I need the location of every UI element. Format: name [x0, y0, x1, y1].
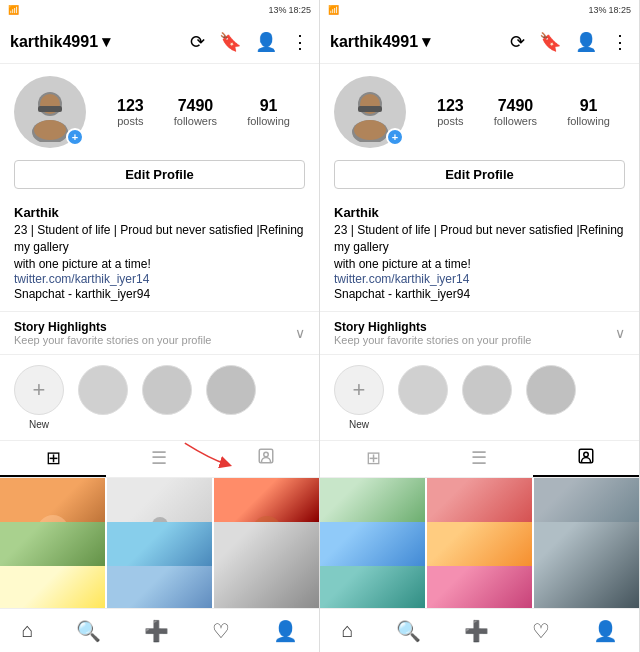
- highlights-chevron-icon-right: ∨: [615, 325, 625, 341]
- add-person-icon-right[interactable]: 👤: [575, 31, 597, 53]
- header-username-area[interactable]: karthik4991 ▾: [10, 32, 110, 51]
- profile-nav-icon[interactable]: 👤: [273, 619, 298, 643]
- tab-grid-left[interactable]: ⊞: [0, 441, 106, 477]
- story-new-right[interactable]: + New: [334, 365, 384, 430]
- menu-icon[interactable]: ⋮: [291, 31, 309, 53]
- highlights-subtitle-right: Keep your favorite stories on your profi…: [334, 334, 532, 346]
- bio-name: Karthik: [14, 205, 305, 220]
- story-item-3[interactable]: [206, 365, 256, 430]
- home-nav-icon-right[interactable]: ⌂: [341, 619, 353, 642]
- story-circle-3[interactable]: [206, 365, 256, 415]
- highlights-section-right[interactable]: Story Highlights Keep your favorite stor…: [320, 311, 639, 355]
- add-person-icon[interactable]: 👤: [255, 31, 277, 53]
- history-icon-right[interactable]: ⟳: [510, 31, 525, 53]
- posts-count-right: 123: [437, 97, 464, 115]
- story-item-2[interactable]: [142, 365, 192, 430]
- story-new[interactable]: + New: [14, 365, 64, 430]
- story-new-circle-right[interactable]: +: [334, 365, 384, 415]
- photo-grid-left: [0, 478, 319, 608]
- bio-section-right: Karthik 23 | Student of life | Proud but…: [320, 205, 639, 311]
- heart-nav-icon-right[interactable]: ♡: [532, 619, 550, 643]
- bottom-nav-left: ⌂ 🔍 ➕ ♡ 👤: [0, 608, 319, 652]
- header-username-area-right[interactable]: karthik4991 ▾: [330, 32, 430, 51]
- highlights-section-left[interactable]: Story Highlights Keep your favorite stor…: [0, 311, 319, 355]
- signal-icon-right: 📶: [328, 5, 339, 15]
- grid-cell-r6[interactable]: [534, 522, 639, 608]
- story-item-2-right[interactable]: [462, 365, 512, 430]
- profile-top: + 123 posts 7490 followers 91 following: [14, 76, 305, 148]
- following-label: following: [247, 115, 290, 127]
- bio-link1-right[interactable]: twitter.com/karthik_iyer14: [334, 272, 625, 286]
- history-icon[interactable]: ⟳: [190, 31, 205, 53]
- svg-point-6: [264, 452, 269, 457]
- edit-profile-button[interactable]: Edit Profile: [14, 160, 305, 189]
- posts-label: posts: [117, 115, 143, 127]
- highlights-title-right: Story Highlights: [334, 320, 532, 334]
- battery-text: 13%: [268, 5, 286, 15]
- heart-nav-icon[interactable]: ♡: [212, 619, 230, 643]
- grid-cell-6[interactable]: [214, 522, 319, 608]
- grid-cell-r7[interactable]: [320, 566, 425, 608]
- story-item-1[interactable]: [78, 365, 128, 430]
- following-count-right: 91: [580, 97, 598, 115]
- profile-section-right: + 123 posts 7490 followers 91 following …: [320, 64, 639, 205]
- list-icon-right: ☰: [471, 447, 487, 469]
- grid-cell-r8[interactable]: [427, 566, 532, 608]
- followers-label: followers: [174, 115, 217, 127]
- bio-link2-right: Snapchat - karthik_iyer94: [334, 286, 625, 303]
- svg-point-3: [34, 120, 66, 140]
- stat-following-right: 91 following: [567, 97, 610, 127]
- bio-link1[interactable]: twitter.com/karthik_iyer14: [14, 272, 305, 286]
- bio-section-left: Karthik 23 | Student of life | Proud but…: [0, 205, 319, 311]
- stats-row-right: 123 posts 7490 followers 91 following: [422, 97, 625, 127]
- grid-cell-8[interactable]: [107, 566, 212, 608]
- search-nav-icon[interactable]: 🔍: [76, 619, 101, 643]
- story-item-1-right[interactable]: [398, 365, 448, 430]
- stat-followers: 7490 followers: [174, 97, 217, 127]
- avatar-wrap-right: +: [334, 76, 406, 148]
- story-circle-2[interactable]: [142, 365, 192, 415]
- home-nav-icon[interactable]: ⌂: [21, 619, 33, 642]
- story-item-3-right[interactable]: [526, 365, 576, 430]
- bio-line2-right: with one picture at a time!: [334, 256, 625, 273]
- photo-grid-right: The Memorial RunMay 22, 2017: [320, 478, 639, 608]
- tab-grid-right[interactable]: ⊞: [320, 441, 426, 477]
- profile-nav-icon-right[interactable]: 👤: [593, 619, 618, 643]
- status-left-right: 📶: [328, 5, 339, 15]
- status-left: 📶: [8, 5, 19, 15]
- avatar-plus-icon-right[interactable]: +: [386, 128, 404, 146]
- stats-row: 123 posts 7490 followers 91 following: [102, 97, 305, 127]
- grid-cell-7[interactable]: [0, 566, 105, 608]
- story-circle-2-right[interactable]: [462, 365, 512, 415]
- tab-person-left[interactable]: [213, 441, 319, 477]
- tab-person-right[interactable]: [533, 441, 639, 477]
- search-nav-icon-right[interactable]: 🔍: [396, 619, 421, 643]
- story-circle-1[interactable]: [78, 365, 128, 415]
- story-circles-left: + New: [0, 355, 319, 440]
- highlights-text: Story Highlights Keep your favorite stor…: [14, 320, 212, 346]
- svg-point-19: [584, 452, 589, 457]
- tab-list-left[interactable]: ☰: [106, 441, 212, 477]
- avatar-wrap: +: [14, 76, 86, 148]
- dropdown-icon-right: ▾: [422, 32, 430, 51]
- story-new-circle[interactable]: +: [14, 365, 64, 415]
- story-circle-3-right[interactable]: [526, 365, 576, 415]
- bookmark-icon[interactable]: 🔖: [219, 31, 241, 53]
- edit-profile-button-right[interactable]: Edit Profile: [334, 160, 625, 189]
- story-circle-1-right[interactable]: [398, 365, 448, 415]
- left-panel: 📶 13% 18:25 karthik4991 ▾ ⟳ 🔖 👤 ⋮: [0, 0, 320, 652]
- time-text-right: 18:25: [608, 5, 631, 15]
- followers-count: 7490: [178, 97, 214, 115]
- story-circles-right: + New: [320, 355, 639, 440]
- menu-icon-right[interactable]: ⋮: [611, 31, 629, 53]
- bookmark-icon-right[interactable]: 🔖: [539, 31, 561, 53]
- person-tag-icon-right: [577, 447, 595, 470]
- tab-area-left: ⊞ ☰: [0, 440, 319, 478]
- tab-list-right[interactable]: ☰: [426, 441, 532, 477]
- tab-row-left: ⊞ ☰: [0, 440, 319, 478]
- signal-icon: 📶: [8, 5, 19, 15]
- add-nav-icon-right[interactable]: ➕: [464, 619, 489, 643]
- avatar-plus-icon[interactable]: +: [66, 128, 84, 146]
- tab-row-right: ⊞ ☰: [320, 440, 639, 478]
- add-nav-icon[interactable]: ➕: [144, 619, 169, 643]
